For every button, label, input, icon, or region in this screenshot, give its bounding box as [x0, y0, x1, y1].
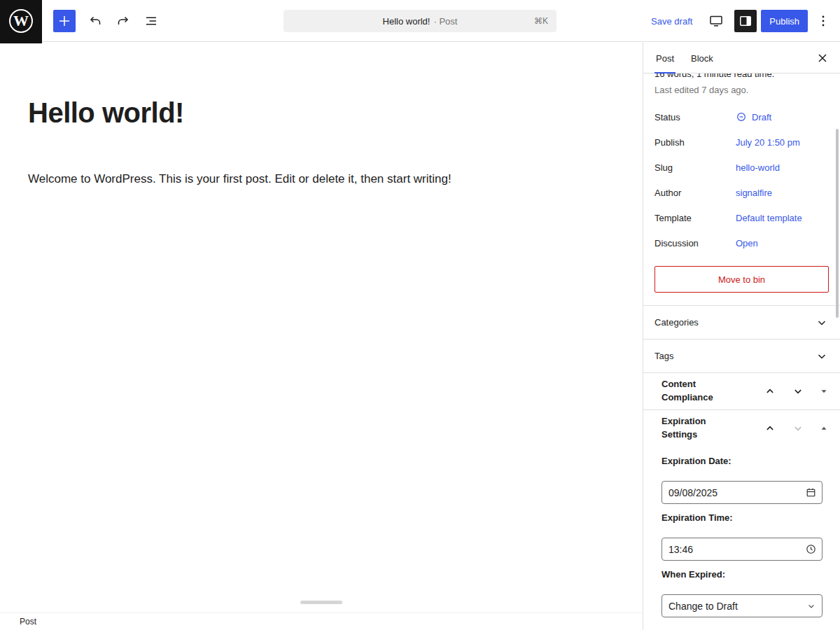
post-title[interactable]: Hello world! — [28, 97, 615, 129]
template-button[interactable]: Default template — [736, 213, 802, 223]
discussion-button[interactable]: Open — [736, 238, 758, 248]
summary-row-publish: Publish July 20 1:50 pm — [654, 130, 829, 155]
sidebar-scrollbar[interactable] — [836, 129, 839, 318]
move-to-bin-button[interactable]: Move to bin — [654, 266, 829, 293]
chevron-up-icon — [762, 421, 778, 436]
publish-button[interactable]: Publish — [761, 10, 808, 32]
metabox-content-compliance: Content Compliance — [643, 372, 840, 410]
chevron-down-icon — [813, 348, 830, 365]
desktop-preview-icon — [708, 13, 724, 29]
template-label: Template — [654, 213, 736, 223]
close-icon — [814, 50, 831, 66]
document-type: · Post — [433, 16, 457, 27]
expiration-time-field — [662, 538, 822, 561]
settings-sidebar-toggle[interactable] — [734, 10, 757, 32]
move-up-button[interactable] — [760, 382, 780, 401]
sidebar-tabs: Post Block — [643, 43, 722, 73]
post-paragraph[interactable]: Welcome to WordPress. This is your first… — [28, 169, 615, 188]
chevron-up-icon — [762, 384, 778, 399]
triangle-down-icon — [819, 386, 829, 396]
editor-footer: Post — [0, 612, 643, 630]
undo-icon — [87, 13, 104, 29]
content-compliance-title: Content Compliance — [662, 378, 744, 405]
preview-button[interactable] — [702, 7, 730, 35]
options-menu-button[interactable] — [812, 10, 834, 32]
author-label: Author — [654, 188, 736, 198]
expiration-date-label: Expiration Date: — [662, 456, 822, 466]
when-expired-select[interactable]: Change to Draft — [662, 594, 822, 617]
discussion-label: Discussion — [654, 238, 736, 248]
publish-label: Publish — [654, 137, 736, 148]
move-up-button[interactable] — [760, 419, 780, 438]
close-sidebar-button[interactable] — [812, 48, 833, 69]
summary-row-status: Status Draft — [654, 104, 829, 130]
draft-status-icon — [736, 111, 747, 122]
collapse-toggle-button[interactable] — [816, 384, 832, 399]
topbar-left-tools: W — [0, 0, 165, 42]
move-down-button[interactable] — [788, 382, 808, 401]
expiration-time-input[interactable] — [662, 538, 822, 561]
tags-label: Tags — [654, 351, 673, 361]
expiration-settings-title: Expiration Settings — [662, 415, 744, 442]
editor-topbar: W Hello world! · Post ⌘K Save dra — [0, 0, 840, 42]
last-edited-text: Last edited 7 days ago. — [643, 80, 840, 95]
sidebar-tabs-header: Post Block — [643, 43, 840, 74]
document-title: Hello world! — [383, 16, 430, 27]
collapse-toggle-button[interactable] — [816, 421, 832, 436]
sidebar-panel-icon — [737, 13, 754, 29]
undo-button[interactable] — [81, 7, 109, 35]
block-inserter-button[interactable] — [53, 10, 76, 32]
author-button[interactable]: signalfire — [736, 188, 772, 198]
chevron-down-icon — [813, 314, 830, 331]
slug-button[interactable]: hello-world — [736, 162, 780, 173]
expiration-time-label: Expiration Time: — [662, 512, 822, 523]
settings-sidebar: Post Block 16 words, 1 minute read time.… — [643, 43, 840, 630]
tab-block[interactable]: Block — [682, 43, 722, 74]
kebab-menu-icon — [815, 13, 832, 29]
publish-date-button[interactable]: July 20 1:50 pm — [736, 137, 800, 148]
breadcrumb[interactable]: Post — [20, 617, 36, 626]
summary-row-slug: Slug hello-world — [654, 155, 829, 180]
categories-label: Categories — [654, 317, 699, 328]
list-view-icon — [143, 13, 160, 29]
move-down-button[interactable] — [788, 419, 808, 438]
redo-icon — [115, 13, 132, 29]
post-summary: Status Draft Publish July 20 1:50 pm Slu… — [643, 104, 840, 255]
tab-post[interactable]: Post — [648, 43, 682, 74]
wordpress-logo[interactable]: W — [0, 0, 42, 43]
expiration-date-field — [662, 481, 822, 504]
when-expired-label: When Expired: — [662, 569, 822, 580]
summary-row-template: Template Default template — [654, 205, 829, 230]
status-label: Status — [654, 112, 736, 122]
command-shortcut: ⌘K — [534, 16, 548, 26]
save-draft-button[interactable]: Save draft — [645, 12, 698, 31]
triangle-up-icon — [819, 424, 829, 433]
select-chevron-icon — [805, 600, 818, 612]
categories-panel-toggle[interactable]: Categories — [643, 305, 840, 339]
status-value-button[interactable]: Draft — [736, 111, 771, 122]
wordpress-logo-icon: W — [9, 9, 33, 33]
plus-icon — [56, 13, 73, 29]
list-view-button[interactable] — [137, 7, 165, 35]
when-expired-value: Change to Draft — [668, 601, 738, 612]
expiration-date-input[interactable] — [662, 481, 822, 504]
summary-row-discussion: Discussion Open — [654, 230, 829, 255]
tags-panel-toggle[interactable]: Tags — [643, 339, 840, 372]
expiration-settings-body: Expiration Date: Expiration Time: When E… — [643, 446, 840, 629]
slug-label: Slug — [654, 162, 736, 173]
metabox-expiration-settings: Expiration Settings — [643, 410, 840, 447]
chevron-down-icon — [790, 384, 806, 399]
redo-button[interactable] — [109, 7, 137, 35]
chevron-down-icon — [790, 421, 806, 436]
editor-canvas[interactable]: Hello world! Welcome to WordPress. This … — [0, 43, 643, 612]
word-count-line: 16 words, 1 minute read time. — [643, 74, 840, 80]
summary-row-author: Author signalfire — [654, 180, 829, 205]
sidebar-content: 16 words, 1 minute read time. Last edite… — [643, 74, 840, 629]
metabox-resize-handle[interactable] — [300, 601, 342, 604]
topbar-right-tools: Save draft Publish — [645, 0, 834, 42]
document-bar[interactable]: Hello world! · Post ⌘K — [284, 10, 556, 32]
